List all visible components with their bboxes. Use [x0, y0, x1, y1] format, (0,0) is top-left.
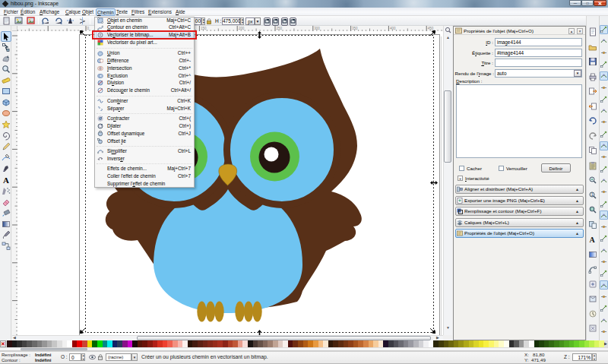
svg-text:200: 200 [239, 27, 245, 30]
svg-text:A: A [3, 176, 9, 185]
svg-text:300: 300 [314, 27, 320, 30]
svg-text:A: A [589, 236, 595, 244]
svg-text:350: 350 [352, 27, 358, 30]
svg-text:250: 250 [277, 27, 283, 30]
svg-text:150: 150 [201, 27, 207, 30]
svg-text:400: 400 [390, 27, 396, 30]
svg-text:1: 1 [591, 192, 593, 197]
